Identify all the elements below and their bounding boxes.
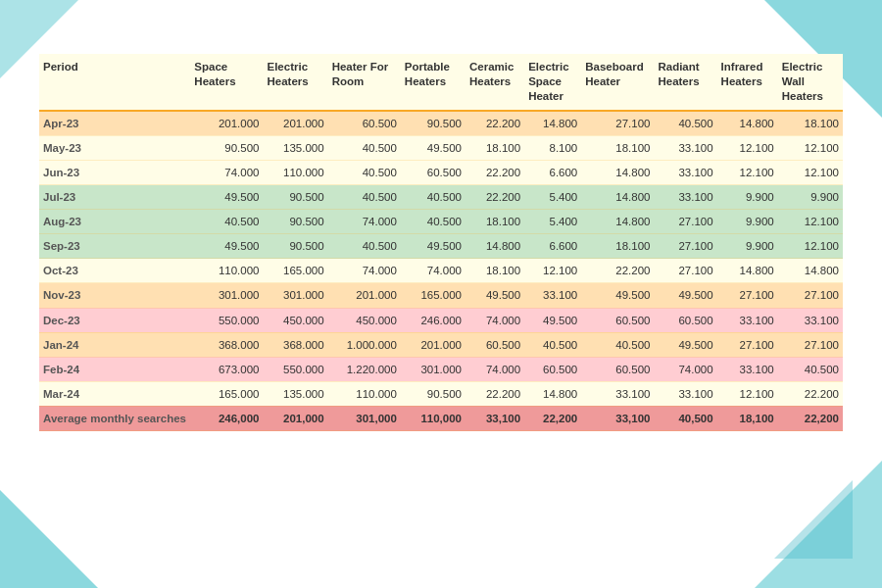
cell-ceramic_heaters: 49.500 bbox=[466, 283, 524, 308]
cell-baseboard_heater: 14.800 bbox=[581, 185, 654, 210]
cell-ceramic_heaters: 14.800 bbox=[466, 234, 524, 259]
cell-period: May-23 bbox=[39, 135, 190, 160]
cell-electric_heaters: 450.000 bbox=[264, 308, 328, 332]
cell-space_heaters: 49.500 bbox=[190, 185, 263, 210]
cell-space_heaters: 49.500 bbox=[190, 234, 263, 259]
cell-portable_heaters: 40.500 bbox=[401, 185, 466, 210]
cell-electric_space_heater: 6.600 bbox=[524, 161, 581, 185]
cell-radiant_heaters: 33.100 bbox=[654, 381, 716, 406]
avg-cell-heater_for_room: 301,000 bbox=[328, 406, 401, 430]
cell-portable_heaters: 74.000 bbox=[401, 259, 466, 283]
header-space-heaters: Space Heaters bbox=[190, 54, 263, 111]
cell-infrared_heaters: 12.100 bbox=[717, 135, 778, 160]
cell-radiant_heaters: 49.500 bbox=[654, 332, 716, 357]
cell-portable_heaters: 201.000 bbox=[401, 332, 466, 357]
cell-space_heaters: 40.500 bbox=[190, 210, 263, 234]
cell-ceramic_heaters: 22.200 bbox=[466, 381, 524, 406]
cell-electric_wall_heaters: 18.100 bbox=[778, 111, 843, 136]
cell-portable_heaters: 246.000 bbox=[401, 308, 466, 332]
cell-electric_space_heater: 33.100 bbox=[524, 283, 581, 308]
cell-portable_heaters: 165.000 bbox=[401, 283, 466, 308]
cell-portable_heaters: 301.000 bbox=[401, 357, 466, 381]
cell-electric_wall_heaters: 40.500 bbox=[778, 357, 843, 381]
cell-baseboard_heater: 33.100 bbox=[581, 381, 654, 406]
cell-heater_for_room: 110.000 bbox=[328, 381, 401, 406]
header-electric-heaters: Electric Heaters bbox=[264, 54, 328, 111]
cell-ceramic_heaters: 18.100 bbox=[466, 259, 524, 283]
cell-period: Nov-23 bbox=[39, 283, 190, 308]
cell-heater_for_room: 40.500 bbox=[328, 234, 401, 259]
cell-baseboard_heater: 40.500 bbox=[581, 332, 654, 357]
table-row: Jan-24368.000368.0001.000.000201.00060.5… bbox=[39, 332, 843, 357]
table-row: Jul-2349.50090.50040.50040.50022.2005.40… bbox=[39, 185, 843, 210]
cell-portable_heaters: 49.500 bbox=[401, 135, 466, 160]
cell-period: Oct-23 bbox=[39, 259, 190, 283]
header-period: Period bbox=[39, 54, 190, 111]
triangle-bottom-right-2 bbox=[774, 480, 853, 559]
table-row: Aug-2340.50090.50074.00040.50018.1005.40… bbox=[39, 210, 843, 234]
cell-infrared_heaters: 9.900 bbox=[717, 185, 778, 210]
header-electric-wall-heaters: Electric Wall Heaters bbox=[778, 54, 843, 111]
avg-cell-infrared_heaters: 18,100 bbox=[717, 406, 778, 430]
cell-ceramic_heaters: 22.200 bbox=[466, 111, 524, 136]
cell-space_heaters: 90.500 bbox=[190, 135, 263, 160]
cell-radiant_heaters: 27.100 bbox=[654, 234, 716, 259]
table-row: May-2390.500135.00040.50049.50018.1008.1… bbox=[39, 135, 843, 160]
cell-infrared_heaters: 9.900 bbox=[717, 234, 778, 259]
cell-radiant_heaters: 74.000 bbox=[654, 357, 716, 381]
cell-space_heaters: 165.000 bbox=[190, 381, 263, 406]
cell-infrared_heaters: 27.100 bbox=[717, 283, 778, 308]
header-infrared-heaters: Infrared Heaters bbox=[717, 54, 778, 111]
cell-infrared_heaters: 14.800 bbox=[717, 259, 778, 283]
cell-period: Dec-23 bbox=[39, 308, 190, 332]
cell-space_heaters: 550.000 bbox=[190, 308, 263, 332]
cell-baseboard_heater: 27.100 bbox=[581, 111, 654, 136]
header-portable-heaters: Portable Heaters bbox=[401, 54, 466, 111]
cell-electric_wall_heaters: 22.200 bbox=[778, 381, 843, 406]
cell-heater_for_room: 450.000 bbox=[328, 308, 401, 332]
cell-heater_for_room: 1.000.000 bbox=[328, 332, 401, 357]
cell-radiant_heaters: 33.100 bbox=[654, 161, 716, 185]
cell-electric_space_heater: 14.800 bbox=[524, 381, 581, 406]
avg-cell-electric_heaters: 201,000 bbox=[264, 406, 328, 430]
cell-baseboard_heater: 49.500 bbox=[581, 283, 654, 308]
cell-electric_heaters: 165.000 bbox=[264, 259, 328, 283]
header-radiant-heaters: Radiant Heaters bbox=[654, 54, 716, 111]
cell-heater_for_room: 74.000 bbox=[328, 210, 401, 234]
table-row: Sep-2349.50090.50040.50049.50014.8006.60… bbox=[39, 234, 843, 259]
cell-portable_heaters: 49.500 bbox=[401, 234, 466, 259]
cell-electric_space_heater: 5.400 bbox=[524, 210, 581, 234]
cell-electric_wall_heaters: 12.100 bbox=[778, 161, 843, 185]
cell-radiant_heaters: 33.100 bbox=[654, 135, 716, 160]
cell-electric_heaters: 201.000 bbox=[264, 111, 328, 136]
cell-electric_space_heater: 49.500 bbox=[524, 308, 581, 332]
cell-ceramic_heaters: 18.100 bbox=[466, 135, 524, 160]
triangle-bottom-left bbox=[0, 490, 98, 588]
cell-radiant_heaters: 27.100 bbox=[654, 210, 716, 234]
avg-cell-space_heaters: 246,000 bbox=[190, 406, 263, 430]
cell-period: Jun-23 bbox=[39, 161, 190, 185]
cell-electric_wall_heaters: 12.100 bbox=[778, 210, 843, 234]
table-row: Feb-24673.000550.0001.220.000301.00074.0… bbox=[39, 357, 843, 381]
cell-electric_space_heater: 12.100 bbox=[524, 259, 581, 283]
cell-electric_heaters: 110.000 bbox=[264, 161, 328, 185]
cell-heater_for_room: 1.220.000 bbox=[328, 357, 401, 381]
avg-cell-portable_heaters: 110,000 bbox=[401, 406, 466, 430]
cell-ceramic_heaters: 74.000 bbox=[466, 308, 524, 332]
cell-ceramic_heaters: 60.500 bbox=[466, 332, 524, 357]
table-row: Mar-24165.000135.000110.00090.50022.2001… bbox=[39, 381, 843, 406]
cell-electric_space_heater: 40.500 bbox=[524, 332, 581, 357]
cell-infrared_heaters: 12.100 bbox=[717, 381, 778, 406]
cell-baseboard_heater: 18.100 bbox=[581, 234, 654, 259]
cell-infrared_heaters: 9.900 bbox=[717, 210, 778, 234]
table-row: Jun-2374.000110.00040.50060.50022.2006.6… bbox=[39, 161, 843, 185]
cell-infrared_heaters: 33.100 bbox=[717, 357, 778, 381]
cell-period: Feb-24 bbox=[39, 357, 190, 381]
cell-period: Jul-23 bbox=[39, 185, 190, 210]
cell-radiant_heaters: 49.500 bbox=[654, 283, 716, 308]
cell-heater_for_room: 40.500 bbox=[328, 135, 401, 160]
heater-data-table: Period Space Heaters Electric Heaters He… bbox=[39, 54, 843, 431]
cell-ceramic_heaters: 22.200 bbox=[466, 161, 524, 185]
cell-electric_space_heater: 5.400 bbox=[524, 185, 581, 210]
header-heater-for-room: Heater For Room bbox=[328, 54, 401, 111]
